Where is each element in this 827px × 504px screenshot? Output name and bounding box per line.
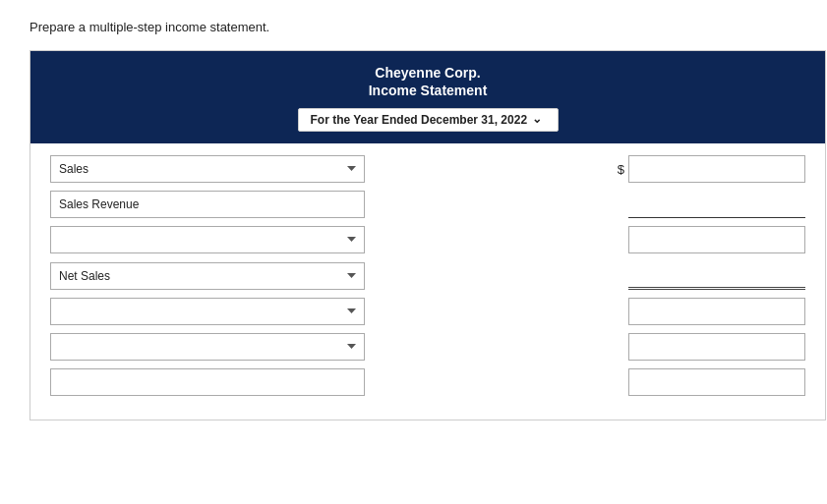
row4-value-input[interactable] bbox=[628, 261, 805, 290]
row5-left-dropdown[interactable]: Cost of Goods Sold Gross Profit Net Sale… bbox=[50, 298, 365, 325]
table-row: Sales Cost of Goods Sold Gross Profit Ne… bbox=[50, 155, 805, 183]
row5-input-wrapper bbox=[628, 298, 805, 325]
period-dropdown-wrapper[interactable]: For the Year Ended December 31, 2022 bbox=[298, 108, 559, 132]
right-col-2 bbox=[365, 192, 805, 218]
statement-title: Income Statement bbox=[40, 83, 815, 98]
left-col-6: Cost of Goods Sold Gross Profit Net Sale… bbox=[50, 333, 365, 361]
row3-value-input[interactable] bbox=[628, 226, 805, 253]
form-body: Sales Cost of Goods Sold Gross Profit Ne… bbox=[30, 143, 825, 420]
left-col-3: Cost of Goods Sold Gross Profit Net Sale… bbox=[50, 226, 365, 253]
table-row: Cost of Goods Sold Gross Profit Net Sale… bbox=[50, 298, 805, 325]
row4-left-dropdown[interactable]: Net Sales Sales Cost of Goods Sold Gross… bbox=[50, 262, 365, 290]
row6-left-dropdown[interactable]: Cost of Goods Sold Gross Profit Net Sale… bbox=[50, 333, 365, 361]
row5-value-input[interactable] bbox=[628, 298, 805, 325]
row7-input-wrapper bbox=[628, 368, 805, 396]
row2-input-wrapper bbox=[628, 192, 805, 218]
table-row: Cost of Goods Sold Gross Profit Net Sale… bbox=[50, 226, 805, 253]
left-col-2 bbox=[50, 191, 365, 218]
table-row: Cost of Goods Sold Gross Profit Net Sale… bbox=[50, 333, 805, 361]
right-col-4 bbox=[365, 261, 805, 290]
statement-header: Cheyenne Corp. Income Statement For the … bbox=[30, 51, 825, 143]
row1-input-wrapper bbox=[628, 155, 805, 183]
row7-value-input[interactable] bbox=[628, 368, 805, 396]
row1-value-input[interactable] bbox=[628, 155, 805, 183]
right-col-6 bbox=[365, 333, 805, 361]
right-col-5 bbox=[365, 298, 805, 325]
left-col-5: Cost of Goods Sold Gross Profit Net Sale… bbox=[50, 298, 365, 325]
row2-value-input[interactable] bbox=[628, 192, 805, 218]
row7-left-text[interactable] bbox=[50, 368, 365, 396]
right-col-7 bbox=[365, 368, 805, 396]
company-name: Cheyenne Corp. bbox=[40, 65, 815, 81]
period-select-container[interactable]: For the Year Ended December 31, 2022 bbox=[311, 113, 546, 127]
row1-left-dropdown[interactable]: Sales Cost of Goods Sold Gross Profit Ne… bbox=[50, 155, 365, 183]
row6-value-input[interactable] bbox=[628, 333, 805, 361]
table-row: Net Sales Sales Cost of Goods Sold Gross… bbox=[50, 261, 805, 290]
left-col-1: Sales Cost of Goods Sold Gross Profit Ne… bbox=[50, 155, 365, 183]
left-col-4: Net Sales Sales Cost of Goods Sold Gross… bbox=[50, 262, 365, 290]
row3-left-dropdown[interactable]: Cost of Goods Sold Gross Profit Net Sale… bbox=[50, 226, 365, 253]
period-select[interactable]: For the Year Ended December 31, 2022 bbox=[311, 113, 546, 127]
row6-input-wrapper bbox=[628, 333, 805, 361]
row3-input-wrapper bbox=[628, 226, 805, 253]
left-col-7 bbox=[50, 368, 365, 396]
table-row bbox=[50, 191, 805, 218]
intro-text: Prepare a multiple-step income statement… bbox=[30, 20, 797, 34]
table-row bbox=[50, 368, 805, 396]
dollar-sign: $ bbox=[618, 162, 624, 177]
row4-input-wrapper bbox=[628, 261, 805, 290]
statement-container: Cheyenne Corp. Income Statement For the … bbox=[30, 50, 826, 420]
right-col-3 bbox=[365, 226, 805, 253]
row2-left-text[interactable] bbox=[50, 191, 365, 218]
right-col-1: $ bbox=[365, 155, 805, 183]
